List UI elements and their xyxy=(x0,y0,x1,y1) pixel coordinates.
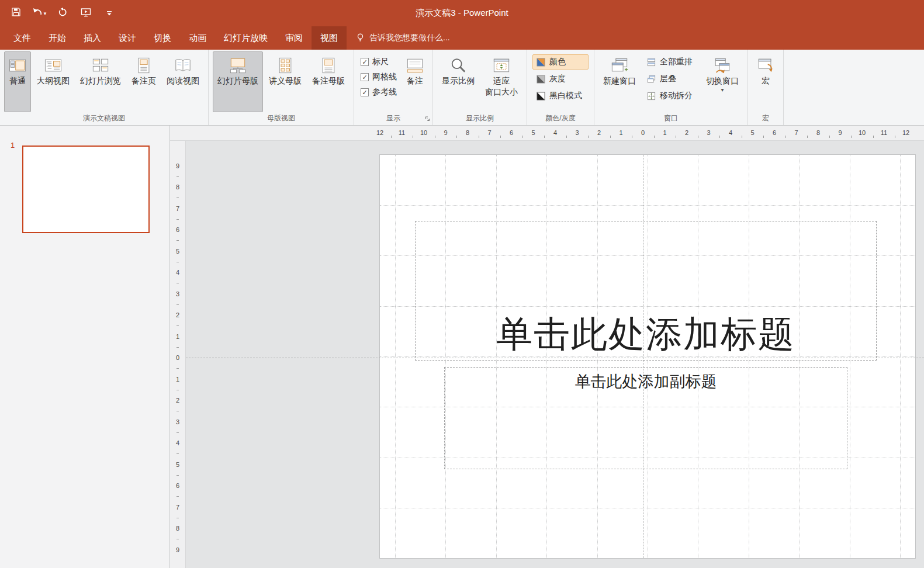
handout-master-button[interactable]: 讲义母版 xyxy=(264,51,306,112)
black-white-button[interactable]: 黑白模式 xyxy=(532,88,589,103)
horizontal-ruler: 1211109876543210123456789101112 xyxy=(170,126,924,141)
button-label: 大纲视图 xyxy=(37,76,70,85)
grayscale-button[interactable]: 灰度 xyxy=(532,71,589,86)
zoom-button[interactable]: 显示比例 xyxy=(437,51,479,112)
switch-window-icon xyxy=(714,57,731,74)
handout-master-icon xyxy=(276,57,294,74)
tab-review[interactable]: 审阅 xyxy=(276,26,312,50)
repeat-icon xyxy=(58,8,67,19)
group-master-views: 幻灯片母版 讲义母版 备注母版 母版视图 xyxy=(209,50,354,125)
notes-button[interactable]: 备注 xyxy=(402,51,428,112)
tab-transitions[interactable]: 切换 xyxy=(145,26,180,50)
ruler-number: 0 xyxy=(176,354,179,361)
notes-master-button[interactable]: 备注母版 xyxy=(307,51,349,112)
ruler-number: 3 xyxy=(176,418,179,425)
checkbox-label: 网格线 xyxy=(372,72,397,82)
move-split-icon xyxy=(647,92,656,101)
save-button[interactable] xyxy=(7,5,25,22)
button-label: 幻灯片浏览 xyxy=(80,76,121,85)
button-label: 黑白模式 xyxy=(549,91,582,101)
slide[interactable]: 单击此处添加标题 单击此处添加副标题 xyxy=(380,155,915,558)
slide-master-button[interactable]: 幻灯片母版 xyxy=(213,51,263,112)
slides-panel[interactable]: 1 xyxy=(0,126,170,568)
reading-view-icon xyxy=(174,57,192,74)
slideshow-icon xyxy=(81,8,91,19)
button-label: 显示比例 xyxy=(442,76,475,85)
button-label: 备注页 xyxy=(131,76,156,85)
arrange-all-button[interactable]: 全部重排 xyxy=(643,54,699,70)
tab-view[interactable]: 视图 xyxy=(312,26,347,50)
group-label: 演示文稿视图 xyxy=(2,113,206,125)
outline-view-button[interactable]: 大纲视图 xyxy=(32,51,74,112)
customize-toolbar-button[interactable] xyxy=(101,5,118,22)
tab-file[interactable]: 文件 xyxy=(5,26,40,50)
title-placeholder[interactable]: 单击此处添加标题 xyxy=(415,221,877,361)
lightbulb-icon xyxy=(356,33,365,44)
tab-design[interactable]: 设计 xyxy=(110,26,145,50)
ruler-number: 4 xyxy=(553,129,557,136)
new-window-icon xyxy=(611,57,628,74)
macros-button[interactable]: 宏 xyxy=(752,51,779,112)
ribbon: 普通 大纲视图 幻灯片浏览 备注页 阅读视图 xyxy=(0,50,924,126)
ruler-number: 5 xyxy=(176,248,179,255)
button-label: 备注 xyxy=(407,76,423,85)
button-label: 颜色 xyxy=(549,57,566,67)
editor-area: 1211109876543210123456789101112 98765432… xyxy=(170,126,924,568)
normal-view-button[interactable]: 普通 xyxy=(4,51,31,112)
new-window-button[interactable]: 新建窗口 xyxy=(598,51,641,112)
checkbox-label: 标尺 xyxy=(372,57,389,67)
macro-icon xyxy=(757,57,774,74)
group-show: ✓标尺 ✓网格线 ✓参考线 备注 显示 xyxy=(354,50,433,125)
button-label: 讲义母版 xyxy=(269,76,302,85)
slide-sorter-button[interactable]: 幻灯片浏览 xyxy=(75,51,126,112)
reading-view-button[interactable]: 阅读视图 xyxy=(162,51,204,112)
group-label: 显示比例 xyxy=(435,113,525,125)
tab-insert[interactable]: 插入 xyxy=(75,26,110,50)
ruler-number: 2 xyxy=(597,129,601,136)
ruler-number: 8 xyxy=(176,183,179,191)
slideshow-button[interactable] xyxy=(77,5,95,22)
ruler-number: 5 xyxy=(750,129,754,136)
zoom-icon xyxy=(449,57,467,74)
ruler-number: 6 xyxy=(176,226,179,233)
ruler-number: 9 xyxy=(176,162,179,169)
ruler-number: 8 xyxy=(176,525,179,532)
ruler-checkbox[interactable]: ✓标尺 xyxy=(361,57,397,67)
ruler-number: 0 xyxy=(641,129,645,136)
canvas[interactable]: 单击此处添加标题 单击此处添加副标题 xyxy=(186,141,924,568)
checkbox-checked-icon: ✓ xyxy=(361,58,369,66)
tab-animations[interactable]: 动画 xyxy=(180,26,215,50)
subtitle-placeholder[interactable]: 单击此处添加副标题 xyxy=(444,367,847,469)
button-label: 切换窗口 xyxy=(706,76,739,85)
ruler-number: 7 xyxy=(794,129,798,136)
color-button[interactable]: 颜色 xyxy=(532,54,589,70)
group-label: 显示 xyxy=(356,113,431,125)
gridlines-checkbox[interactable]: ✓网格线 xyxy=(361,72,397,82)
notes-page-button[interactable]: 备注页 xyxy=(127,51,161,112)
ruler-number: 12 xyxy=(376,129,383,136)
move-split-button[interactable]: 移动拆分 xyxy=(643,88,699,103)
ruler-number: 7 xyxy=(176,205,179,212)
tab-home[interactable]: 开始 xyxy=(40,26,75,50)
normal-view-icon xyxy=(9,57,26,74)
window-options-column: 全部重排 层叠 移动拆分 xyxy=(642,51,700,112)
group-label: 颜色/灰度 xyxy=(529,113,592,125)
ruler-number: 10 xyxy=(420,129,427,136)
slide-thumbnail[interactable] xyxy=(22,146,150,233)
switch-window-button[interactable]: 切换窗口 ▾ xyxy=(701,51,743,112)
dialog-launcher-icon[interactable] xyxy=(424,115,431,122)
cascade-icon xyxy=(647,75,656,84)
ruler-number: 1 xyxy=(176,333,179,340)
tell-me-box[interactable]: 告诉我您想要做什么... xyxy=(347,26,459,50)
powerpoint-window: ▾ 演示文稿3 - PowerPoint 文件开始插入设计切换动画幻灯片放映审阅… xyxy=(0,0,924,568)
color-icon xyxy=(537,58,545,67)
horizontal-guide[interactable] xyxy=(186,358,924,358)
cascade-button[interactable]: 层叠 xyxy=(643,71,699,86)
ruler-number: 9 xyxy=(444,129,447,136)
undo-button[interactable]: ▾ xyxy=(30,5,48,22)
guides-checkbox[interactable]: ✓参考线 xyxy=(361,87,397,98)
repeat-button[interactable] xyxy=(54,5,71,22)
group-zoom: 显示比例 适应 窗口大小 显示比例 xyxy=(433,50,527,125)
fit-to-window-button[interactable]: 适应 窗口大小 xyxy=(480,51,522,112)
tab-slide-show[interactable]: 幻灯片放映 xyxy=(215,26,276,50)
